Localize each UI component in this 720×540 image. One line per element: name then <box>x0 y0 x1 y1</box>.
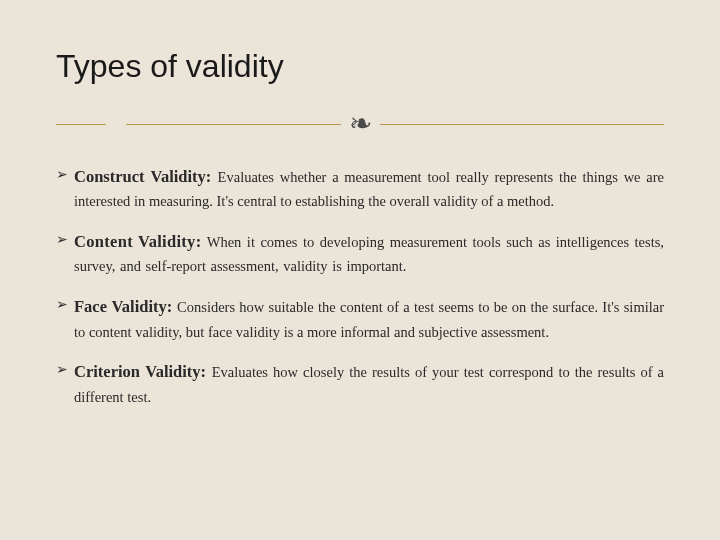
item-term: Content Validity: <box>74 232 207 251</box>
item-term: Face Validity: <box>74 297 177 316</box>
list-item: Construct Validity: Evaluates whether a … <box>56 163 664 214</box>
list-item: Face Validity: Considers how suitable th… <box>56 293 664 344</box>
list-item: Content Validity: When it comes to devel… <box>56 228 664 279</box>
slide: Types of validity ❧ Construct Validity: … <box>0 0 720 464</box>
validity-list: Construct Validity: Evaluates whether a … <box>56 163 664 410</box>
page-title: Types of validity <box>56 48 664 85</box>
list-item: Criterion Validity: Evaluates how closel… <box>56 358 664 409</box>
flourish-icon: ❧ <box>341 110 380 138</box>
item-term: Criterion Validity: <box>74 362 212 381</box>
item-term: Construct Validity: <box>74 167 218 186</box>
title-divider: ❧ <box>56 109 664 139</box>
divider-gap <box>106 109 126 139</box>
